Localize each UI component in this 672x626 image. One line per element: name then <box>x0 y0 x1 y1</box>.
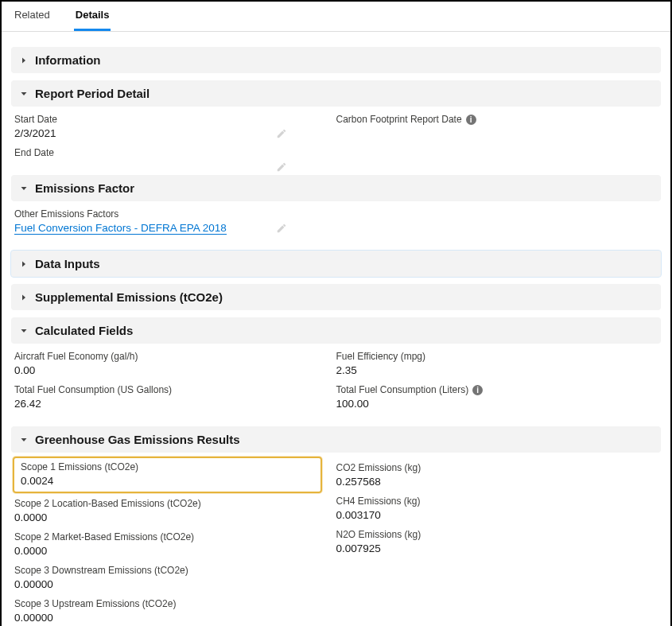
field-label-text: Carbon Footprint Report Date <box>336 114 462 125</box>
field-value: 0.00000 <box>14 578 320 590</box>
field-value: 0.0000 <box>14 545 320 557</box>
field-value: 0.00 <box>14 364 320 376</box>
field-label: N2O Emissions (kg) <box>336 529 643 540</box>
section-title: Calculated Fields <box>35 324 133 337</box>
field-value: 2/3/2021 <box>14 127 320 139</box>
field-ch4: CH4 Emissions (kg) 0.003170 <box>336 496 643 521</box>
field-value: 26.42 <box>14 398 320 410</box>
field-value: Fuel Conversion Factors - DEFRA EPA 2018 <box>14 222 320 234</box>
field-value: 0.003170 <box>336 509 643 521</box>
chevron-down-icon <box>19 184 29 193</box>
field-label: Aircraft Fuel Economy (gal/h) <box>14 351 320 362</box>
field-scope3-up: Scope 3 Upstream Emissions (tCO2e) 0.000… <box>14 598 320 624</box>
field-label: End Date <box>14 147 320 158</box>
chevron-down-icon <box>19 326 29 336</box>
field-start-date: Start Date 2/3/2021 <box>14 114 320 139</box>
section-header-information[interactable]: Information <box>11 47 661 73</box>
field-co2: CO2 Emissions (kg) 0.257568 <box>336 462 643 488</box>
field-scope3-down: Scope 3 Downstream Emissions (tCO2e) 0.0… <box>14 565 320 590</box>
section-body-emissions-factor: Other Emissions Factors Fuel Conversion … <box>11 201 661 243</box>
pencil-icon[interactable] <box>276 128 287 139</box>
field-label: Start Date <box>14 114 320 125</box>
section-header-emissions-factor[interactable]: Emissions Factor <box>11 175 661 201</box>
section-title: Emissions Factor <box>35 181 134 195</box>
field-label: Total Fuel Consumption (US Gallons) <box>14 384 320 395</box>
section-title: Greenhouse Gas Emissions Results <box>35 433 240 446</box>
highlight-scope1: Scope 1 Emissions (tCO2e) 0.0024 <box>13 457 322 493</box>
section-title: Supplemental Emissions (tCO2e) <box>35 290 223 304</box>
section-header-calculated[interactable]: Calculated Fields <box>11 317 661 344</box>
section-title: Data Inputs <box>35 257 100 270</box>
fuel-conversion-factors-link[interactable]: Fuel Conversion Factors - DEFRA EPA 2018 <box>14 222 227 235</box>
field-value: 0.00000 <box>14 612 320 624</box>
field-total-fuel-liters: Total Fuel Consumption (Liters) i 100.00 <box>336 384 643 410</box>
section-body-report-period: Start Date 2/3/2021 End Date Carbon Foot… <box>11 107 661 168</box>
info-icon[interactable]: i <box>472 385 483 395</box>
chevron-right-icon <box>19 56 29 65</box>
section-header-report-period[interactable]: Report Period Detail <box>11 80 661 107</box>
section-body-calculated: Aircraft Fuel Economy (gal/h) 0.00 Total… <box>11 344 661 419</box>
info-icon[interactable]: i <box>466 115 476 125</box>
field-scope2-loc: Scope 2 Location-Based Emissions (tCO2e)… <box>14 498 320 523</box>
field-label: Scope 2 Location-Based Emissions (tCO2e) <box>14 498 320 509</box>
pencil-icon[interactable] <box>276 161 287 173</box>
field-total-fuel-us: Total Fuel Consumption (US Gallons) 26.4… <box>14 384 320 410</box>
section-header-data-inputs[interactable]: Data Inputs <box>11 251 661 277</box>
field-carbon-footprint-report-date: Carbon Footprint Report Date i <box>336 114 643 125</box>
tab-bar: Related Details <box>2 2 670 32</box>
chevron-right-icon <box>19 293 29 302</box>
field-label: Scope 2 Market-Based Emissions (tCO2e) <box>14 531 320 542</box>
field-label: Fuel Efficiency (mpg) <box>336 351 643 362</box>
chevron-right-icon <box>19 259 29 269</box>
field-label: Other Emissions Factors <box>14 208 320 220</box>
field-value: 0.007925 <box>336 542 643 554</box>
field-fuel-efficiency: Fuel Efficiency (mpg) 2.35 <box>336 351 643 376</box>
field-label: CH4 Emissions (kg) <box>336 496 643 507</box>
chevron-down-icon <box>19 89 29 99</box>
field-end-date: End Date <box>14 147 320 158</box>
field-value: 2.35 <box>336 364 643 376</box>
field-label: Scope 1 Emissions (tCO2e) <box>21 461 314 472</box>
pencil-icon[interactable] <box>276 223 287 234</box>
tab-related[interactable]: Related <box>13 2 52 31</box>
field-label: Scope 3 Downstream Emissions (tCO2e) <box>14 565 320 576</box>
section-title: Report Period Detail <box>35 87 150 100</box>
field-value: 0.0000 <box>14 511 320 523</box>
field-label: Scope 3 Upstream Emissions (tCO2e) <box>14 598 320 609</box>
field-other-emissions-factors: Other Emissions Factors Fuel Conversion … <box>14 208 320 234</box>
chevron-down-icon <box>19 435 29 445</box>
section-body-ghg: Scope 1 Emissions (tCO2e) 0.0024 Scope 2… <box>11 453 661 626</box>
section-header-supplemental[interactable]: Supplemental Emissions (tCO2e) <box>11 284 661 310</box>
section-header-ghg[interactable]: Greenhouse Gas Emissions Results <box>11 426 661 453</box>
field-label: Total Fuel Consumption (Liters) i <box>336 384 643 395</box>
field-value: 100.00 <box>336 398 643 410</box>
tab-details[interactable]: Details <box>74 2 111 31</box>
field-scope1: Scope 1 Emissions (tCO2e) 0.0024 <box>21 461 314 487</box>
field-scope2-mkt: Scope 2 Market-Based Emissions (tCO2e) 0… <box>14 531 320 557</box>
field-value: 0.257568 <box>336 476 643 488</box>
field-aircraft-fuel-economy: Aircraft Fuel Economy (gal/h) 0.00 <box>14 351 320 376</box>
field-label-text: Total Fuel Consumption (Liters) <box>336 384 469 395</box>
field-n2o: N2O Emissions (kg) 0.007925 <box>336 529 643 554</box>
section-title: Information <box>35 53 101 67</box>
field-label: CO2 Emissions (kg) <box>336 462 643 473</box>
details-content: Information Report Period Detail Start D… <box>2 32 670 626</box>
field-label: Carbon Footprint Report Date i <box>336 114 643 125</box>
field-value: 0.0024 <box>21 475 314 487</box>
